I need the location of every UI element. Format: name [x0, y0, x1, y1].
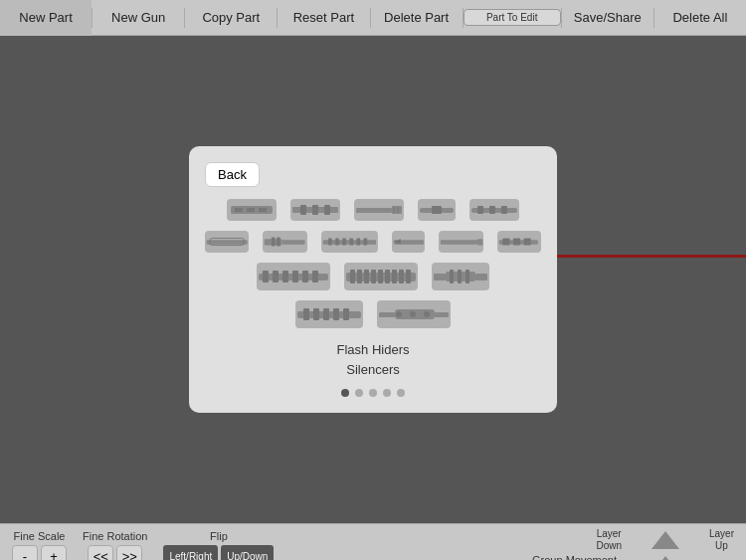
svg-rect-6: [312, 205, 318, 215]
part-item[interactable]: [392, 231, 426, 253]
layer-down-label: LayerDown: [596, 528, 622, 552]
svg-rect-38: [523, 238, 530, 245]
svg-rect-27: [342, 238, 346, 245]
svg-rect-45: [312, 271, 318, 282]
svg-rect-2: [247, 208, 255, 212]
layer-up-triangle[interactable]: [652, 531, 679, 549]
part-to-edit-button[interactable]: Part To Edit: [464, 9, 561, 26]
fine-rotation-buttons: << >>: [88, 545, 142, 560]
parts-row-1: [205, 199, 541, 221]
part-item[interactable]: [227, 199, 277, 221]
part-item[interactable]: [439, 231, 482, 253]
svg-rect-3: [259, 208, 267, 212]
fine-scale-label: Fine Scale: [14, 530, 66, 542]
svg-rect-33: [441, 240, 477, 244]
layer-up-group: LayerUp: [709, 528, 734, 552]
part-item[interactable]: [295, 300, 363, 328]
part-item[interactable]: [469, 199, 519, 221]
modal-labels: Flash Hiders Silencers: [205, 340, 541, 379]
svg-rect-58: [475, 274, 487, 280]
part-item[interactable]: [497, 231, 541, 253]
group-movement-group: Group Movement OFF: [532, 554, 617, 560]
delete-all-button[interactable]: Delete All: [654, 0, 746, 36]
dot-2[interactable]: [355, 389, 363, 397]
svg-rect-1: [235, 208, 243, 212]
svg-rect-25: [328, 238, 332, 245]
svg-rect-22: [272, 238, 276, 247]
svg-rect-18: [207, 240, 248, 244]
part-item[interactable]: [354, 199, 404, 221]
top-controls-row: Fine Scale - + Fine Rotation << >> Flip …: [12, 530, 617, 560]
fine-scale-minus-button[interactable]: -: [12, 545, 38, 560]
parts-modal: Back: [189, 146, 557, 413]
back-button[interactable]: Back: [205, 162, 260, 187]
new-part-button[interactable]: New Part: [0, 0, 92, 36]
label-flash-hiders: Flash Hiders: [205, 340, 541, 360]
svg-rect-7: [324, 205, 330, 215]
left-controls: Fine Scale - + Fine Rotation << >> Flip …: [12, 530, 617, 560]
dot-3[interactable]: [369, 389, 377, 397]
svg-rect-5: [300, 205, 306, 215]
svg-rect-54: [399, 270, 404, 283]
new-gun-button[interactable]: New Gun: [93, 0, 184, 36]
dot-4[interactable]: [383, 389, 391, 397]
svg-point-73: [424, 311, 430, 317]
dot-5[interactable]: [397, 389, 405, 397]
svg-rect-8: [356, 208, 392, 213]
fine-rotation-left-button[interactable]: <<: [88, 545, 113, 560]
svg-rect-23: [278, 238, 281, 247]
part-item[interactable]: [263, 231, 306, 253]
dot-1[interactable]: [341, 389, 349, 397]
svg-rect-65: [323, 308, 329, 320]
bottom-bar: Fine Scale - + Fine Rotation << >> Flip …: [0, 523, 746, 560]
layer-down-group: LayerDown: [596, 528, 622, 552]
part-item[interactable]: [321, 231, 378, 253]
delete-part-button[interactable]: Delete Part: [371, 0, 463, 36]
svg-rect-49: [364, 270, 369, 283]
nav-up-button[interactable]: [652, 556, 679, 560]
pagination-dots: [205, 389, 541, 397]
svg-rect-13: [432, 206, 442, 214]
flip-lr-button[interactable]: Left/Right: [163, 545, 218, 560]
svg-rect-37: [513, 238, 520, 245]
part-item[interactable]: [377, 300, 451, 328]
save-share-button[interactable]: Save/Share: [562, 0, 653, 36]
svg-rect-15: [477, 206, 483, 214]
svg-rect-30: [363, 238, 367, 245]
flip-ud-button[interactable]: Up/Down: [221, 545, 274, 560]
toolbar: New Part New Gun Copy Part Reset Part De…: [0, 0, 746, 36]
flip-group: Flip Left/Right Up/Down: [163, 530, 274, 560]
part-item[interactable]: [257, 263, 330, 290]
svg-rect-40: [263, 271, 269, 282]
reset-part-button[interactable]: Reset Part: [278, 0, 369, 36]
layer-up-label: LayerUp: [709, 528, 734, 552]
svg-rect-68: [379, 312, 395, 317]
label-silencers: Silencers: [205, 360, 541, 380]
copy-part-button[interactable]: Copy Part: [185, 0, 277, 36]
part-item[interactable]: [344, 263, 418, 290]
parts-row-3: [205, 263, 541, 290]
svg-rect-63: [303, 308, 309, 320]
part-item[interactable]: [432, 263, 489, 290]
svg-rect-61: [466, 270, 469, 283]
part-to-edit-label: Part To Edit: [486, 12, 538, 23]
nav-arrows: [612, 556, 719, 560]
part-item[interactable]: [418, 199, 456, 221]
fine-rotation-right-button[interactable]: >>: [116, 545, 142, 560]
svg-rect-66: [333, 308, 339, 320]
svg-rect-50: [371, 270, 376, 283]
svg-rect-41: [273, 271, 279, 282]
part-item[interactable]: [205, 231, 249, 253]
modal-overlay: Back: [0, 36, 746, 523]
svg-rect-51: [378, 270, 383, 283]
main-canvas[interactable]: Back: [0, 36, 746, 523]
flip-buttons: Left/Right Up/Down: [163, 545, 274, 560]
parts-grid: [205, 199, 541, 328]
svg-rect-28: [349, 238, 353, 245]
svg-rect-42: [282, 271, 288, 282]
part-item[interactable]: [290, 199, 340, 221]
fine-scale-plus-button[interactable]: +: [41, 545, 67, 560]
svg-rect-17: [501, 206, 507, 214]
svg-point-71: [396, 311, 402, 317]
svg-rect-70: [435, 312, 449, 317]
